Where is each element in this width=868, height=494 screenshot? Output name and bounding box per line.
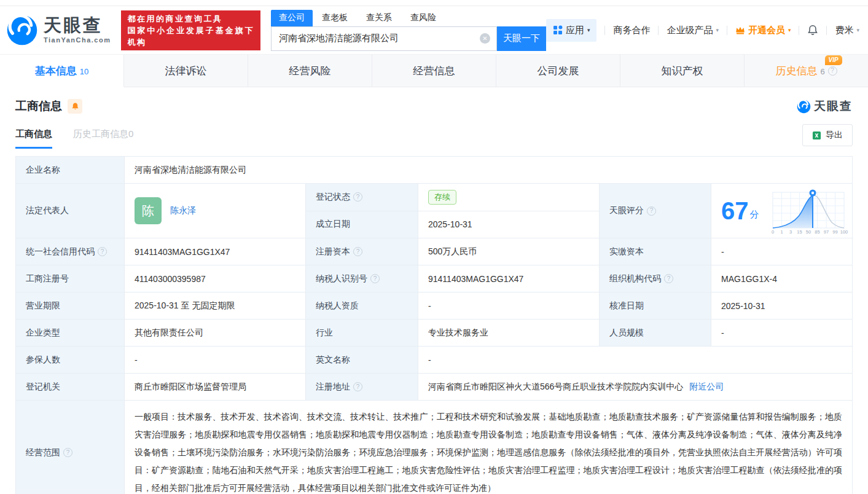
tab-operation-risk[interactable]: 经营风险 bbox=[248, 55, 372, 87]
svg-text:0: 0 bbox=[771, 229, 773, 234]
business-info-table: 企业名称 河南省深地清洁能源有限公司 法定代表人 陈 陈永泽 登记状态 ? 存续 bbox=[15, 156, 853, 494]
field-label: 纳税人识别号 ? bbox=[306, 265, 418, 292]
search-tab-boss[interactable]: 查老板 bbox=[313, 10, 357, 26]
search-tab-risk[interactable]: 查风险 bbox=[401, 10, 445, 26]
nav-cooperation-label: 商务合作 bbox=[613, 25, 650, 36]
nav-notifications[interactable] bbox=[807, 25, 818, 36]
field-label: 核准日期 bbox=[600, 292, 711, 319]
help-icon[interactable]: ? bbox=[370, 274, 380, 283]
help-icon[interactable]: ? bbox=[647, 206, 656, 216]
value-text: MAG1GG1X-4 bbox=[721, 274, 777, 284]
table-row: 参保人数 - 英文名称 - bbox=[16, 347, 852, 374]
table-row: 法定代表人 陈 陈永泽 登记状态 ? 存续 成立日期 2025-10-3 bbox=[16, 184, 852, 238]
value-text: 500万人民币 bbox=[428, 246, 477, 257]
value-text: 河南省深地清洁能源有限公司 bbox=[135, 165, 246, 176]
export-button[interactable]: 导出 bbox=[802, 124, 853, 146]
section-header: 工商信息 天眼查 bbox=[15, 98, 853, 114]
reg-authority-value: 商丘市睢阳区市场监督管理局 bbox=[125, 374, 306, 400]
field-label: 登记状态 ? bbox=[306, 184, 418, 211]
search-tab-company[interactable]: 查公司 bbox=[271, 10, 313, 26]
subtab-history-business-info[interactable]: 历史工商信息0 bbox=[73, 128, 133, 149]
logo-title: 天眼查 bbox=[44, 17, 111, 34]
tab-operation-info[interactable]: 经营信息 bbox=[372, 55, 496, 87]
table-subrow: 成立日期 2025-10-31 bbox=[306, 211, 600, 238]
nav-open-vip[interactable]: 开通会员 ▾ bbox=[735, 25, 791, 36]
value-text: 一般项目：技术服务、技术开发、技术咨询、技术交流、技术转让、技术推广；工程和技术… bbox=[135, 412, 842, 493]
monitor-bell-button[interactable] bbox=[68, 99, 82, 114]
help-icon[interactable]: ? bbox=[353, 247, 362, 256]
nav-user[interactable]: 费米 ▾ bbox=[835, 25, 859, 36]
section-title-wrap: 工商信息 bbox=[15, 98, 82, 114]
label-text: 参保人数 bbox=[26, 355, 60, 366]
svg-text:97: 97 bbox=[823, 229, 828, 234]
help-icon[interactable]: ? bbox=[828, 66, 837, 76]
tyc-score-value[interactable]: 67 分 bbox=[711, 184, 854, 238]
help-icon[interactable]: ? bbox=[664, 274, 673, 283]
nav-cooperation[interactable]: 商务合作 bbox=[613, 25, 650, 36]
nav-enterprise-products[interactable]: 企业级产品 ▾ bbox=[667, 25, 719, 36]
legal-rep-link[interactable]: 陈永泽 bbox=[170, 205, 196, 216]
label-text: 人员规模 bbox=[609, 327, 644, 339]
label-text: 注册资本 bbox=[316, 246, 350, 257]
export-label: 导出 bbox=[826, 130, 843, 141]
help-icon[interactable]: ? bbox=[63, 448, 72, 457]
tab-label: 法律诉讼 bbox=[165, 64, 207, 78]
slogan-banner: 都在用的商业查询工具 国家中小企业发展子基金旗下机构 bbox=[121, 10, 260, 50]
field-label: 行业 bbox=[306, 320, 418, 346]
field-label: 登记机关 bbox=[16, 374, 125, 400]
svg-text:1: 1 bbox=[780, 229, 783, 234]
field-label: 注册资本 ? bbox=[306, 238, 418, 265]
value-text: 其他有限责任公司 bbox=[135, 327, 203, 339]
tianyancha-logo[interactable]: 天眼查 TianYanCha.com bbox=[6, 14, 111, 46]
search-input[interactable] bbox=[272, 27, 496, 50]
subtab-row: 工商信息 历史工商信息0 导出 bbox=[15, 124, 853, 149]
help-icon[interactable]: ? bbox=[98, 247, 107, 256]
label-text: 企业名称 bbox=[26, 165, 60, 176]
legal-rep-value: 陈 陈永泽 bbox=[125, 184, 306, 238]
nav-divider bbox=[604, 26, 605, 35]
search-button[interactable]: 天眼一下 bbox=[497, 26, 546, 51]
tab-label: 经营信息 bbox=[413, 64, 455, 78]
approval-date-value: 2025-10-31 bbox=[711, 292, 852, 319]
clear-icon[interactable]: ✕ bbox=[480, 33, 490, 44]
label-text: 统一社会信用代码 bbox=[26, 246, 95, 257]
value-text: 91411403MAG1GG1X47 bbox=[135, 247, 230, 257]
value-text: 2025-10-31 至 无固定期限 bbox=[135, 300, 235, 312]
caret-down-icon: ▾ bbox=[856, 27, 859, 33]
caret-down-icon: ▾ bbox=[716, 27, 719, 33]
score-unit: 分 bbox=[750, 209, 759, 221]
nearby-companies-link[interactable]: 附近公司 bbox=[689, 382, 724, 393]
field-label: 营业期限 bbox=[16, 292, 125, 319]
watermark-logo: 天眼查 bbox=[797, 98, 853, 114]
tab-label: 经营风险 bbox=[289, 64, 331, 78]
credit-code-value: 91411403MAG1GG1X47 bbox=[125, 238, 306, 265]
apps-grid-icon bbox=[553, 25, 563, 35]
search-tab-relation[interactable]: 查关系 bbox=[357, 10, 401, 26]
search-tabs: 查公司 查老板 查关系 查风险 bbox=[271, 10, 546, 26]
avatar[interactable]: 陈 bbox=[135, 197, 162, 224]
tab-legal-proceedings[interactable]: 法律诉讼 bbox=[124, 55, 248, 87]
value-text: 商丘市睢阳区市场监督管理局 bbox=[135, 382, 246, 393]
watermark-logo-icon bbox=[797, 100, 811, 114]
help-icon[interactable]: ? bbox=[353, 382, 362, 391]
slogan-line1: 都在用的商业查询工具 bbox=[127, 13, 254, 25]
nav-apps[interactable]: 应用 ▾ bbox=[546, 19, 597, 42]
tab-intellectual-property[interactable]: 知识产权 bbox=[620, 55, 745, 87]
field-label: 企业类型 bbox=[16, 320, 125, 346]
label-text: 工商注册号 bbox=[26, 273, 69, 284]
subtab-business-info[interactable]: 工商信息 bbox=[15, 128, 52, 149]
business-term-value: 2025-10-31 至 无固定期限 bbox=[125, 292, 306, 319]
tab-company-development[interactable]: 公司发展 bbox=[496, 55, 620, 87]
svg-text:99: 99 bbox=[832, 229, 837, 234]
tianyancha-logo-icon bbox=[6, 14, 38, 46]
reg-status-value: 存续 bbox=[418, 184, 600, 211]
taxpayer-quality-value: - bbox=[418, 292, 600, 319]
label-text: 登记机关 bbox=[26, 382, 60, 393]
tab-history-inner: 历史信息 6 ? VIP bbox=[775, 64, 837, 78]
help-icon[interactable]: ? bbox=[353, 192, 362, 202]
tab-basic-info[interactable]: 基本信息 10 bbox=[0, 55, 124, 87]
table-row: 工商注册号 411403000395987 纳税人识别号 ? 91411403M… bbox=[16, 265, 852, 292]
table-row: 经营范围 ? 一般项目：技术服务、技术开发、技术咨询、技术交流、技术转让、技术推… bbox=[16, 401, 852, 494]
paid-capital-value: - bbox=[711, 238, 852, 265]
tab-history-info[interactable]: 历史信息 6 ? VIP bbox=[745, 55, 868, 87]
